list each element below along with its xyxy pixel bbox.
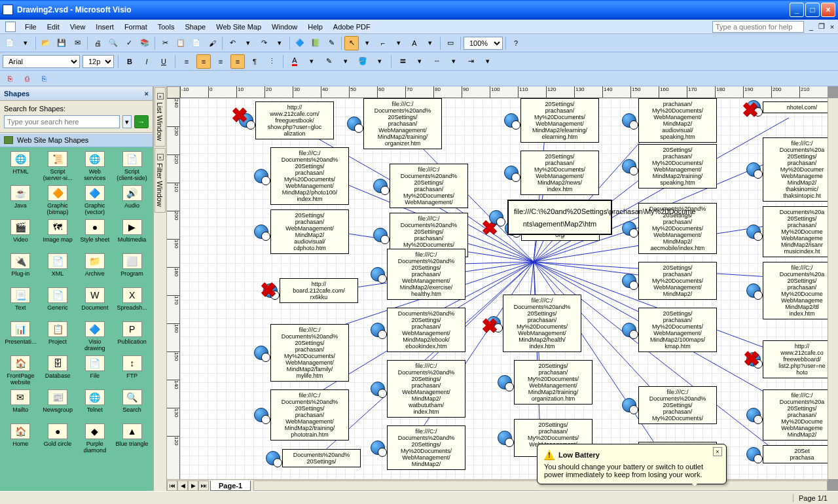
sitemap-node[interactable]: 20Settings/prachasan/My%20Documents/WebM… (638, 262, 717, 300)
pointer-tool-button[interactable]: ↖ (344, 36, 359, 50)
font-color-button[interactable]: A (287, 54, 302, 69)
shape-item-audio[interactable]: 🔊Audio (114, 184, 150, 217)
undo-dropdown[interactable]: ▾ (241, 36, 255, 50)
ink-button[interactable]: ✎ (324, 36, 338, 50)
connector-dropdown[interactable]: ▾ (392, 36, 406, 50)
sitemap-node[interactable]: http://board.212cafe.com/rx6kku (280, 278, 358, 303)
shape-item-image-map[interactable]: 🗺Image map (40, 218, 76, 251)
menu-window[interactable]: Window (266, 22, 302, 32)
spelling-button[interactable]: ✓ (122, 36, 136, 50)
redo-button[interactable]: ↷ (257, 36, 271, 50)
print-button[interactable]: 🖨 (90, 36, 105, 50)
shape-item-java[interactable]: ☕Java (3, 184, 39, 217)
sitemap-node[interactable]: prachasan/My%20Documents/WebManagement/M… (638, 98, 717, 143)
shape-item-text[interactable]: 📃Text (3, 286, 39, 319)
menu-shape[interactable]: Shape (179, 22, 211, 32)
vertical-scrollbar[interactable] (828, 98, 838, 479)
cut-button[interactable]: ✂ (158, 36, 172, 50)
mdi-minimize-button[interactable]: _ (807, 22, 816, 31)
line-pattern-button[interactable]: ┄ (429, 54, 444, 69)
sitemap-node[interactable]: Documents%20and%20Settings/ (282, 449, 361, 467)
line-color-button[interactable]: ✎ (321, 54, 336, 69)
shape-item-html[interactable]: 🌐HTML (3, 150, 39, 183)
shape-item-script-client-side-[interactable]: 📄Script (client-side) (114, 150, 150, 183)
pointer-dropdown[interactable]: ▾ (360, 36, 374, 50)
align-right-button[interactable]: ≡ (213, 54, 228, 69)
menu-file[interactable]: File (20, 22, 42, 32)
shape-item-video[interactable]: 🎬Video (3, 218, 39, 251)
shape-item-web-services[interactable]: 🌐Web services (77, 150, 113, 183)
shape-item-database[interactable]: 🗄Database (40, 354, 76, 387)
list-window-tab[interactable]: ×List Window (155, 87, 166, 147)
next-page-button[interactable]: ▶ (188, 480, 198, 491)
align-left-button[interactable]: ≡ (179, 54, 194, 69)
prev-page-button[interactable]: ◀ (177, 480, 188, 491)
font-color-dropdown[interactable]: ▾ (304, 54, 319, 69)
shapes-search-dropdown[interactable]: ▾ (122, 115, 132, 128)
pdf-review-button[interactable]: ⎘ (37, 71, 51, 86)
line-pattern-dropdown[interactable]: ▾ (446, 54, 461, 69)
sitemap-node[interactable]: 20Settings/prachasan/WebManagement/MindM… (270, 209, 349, 254)
sitemap-node[interactable]: nhotel.com/ (763, 101, 828, 113)
sitemap-node[interactable]: 20Settings/prachasan/My%20Documents/WebM… (520, 151, 599, 195)
line-weight-dropdown[interactable]: ▾ (412, 54, 427, 69)
shape-item-gold-circle[interactable]: ●Gold circle (40, 422, 76, 455)
paste-button[interactable]: 📄 (189, 36, 204, 50)
print-preview-button[interactable]: 🔍 (106, 36, 120, 50)
menu-adobepdf[interactable]: Adobe PDF (328, 22, 376, 32)
sitemap-node[interactable]: 20Settings/prachasan/My%20Documents/WebM… (520, 98, 599, 143)
connector-tool-button[interactable]: ⌐ (376, 36, 390, 50)
line-weight-button[interactable]: 〓 (395, 54, 410, 69)
shapes-window-button[interactable]: 🔷 (293, 36, 307, 50)
shape-item-publication[interactable]: PPublication (114, 320, 150, 353)
copy-button[interactable]: 📋 (173, 36, 188, 50)
sitemap-node[interactable]: http://www.212cafe.com/freeguestbook/sho… (255, 101, 334, 139)
shape-item-program[interactable]: ⬜Program (114, 252, 150, 285)
shape-item-ftp[interactable]: ↕FTP (114, 354, 150, 387)
shape-item-graphic-bitmap-[interactable]: 🔶Graphic (bitmap) (40, 184, 76, 217)
shape-item-mailto[interactable]: ✉Mailto (3, 388, 39, 421)
page-tab[interactable]: Page-1 (210, 480, 251, 491)
help-button[interactable]: ? (509, 36, 523, 50)
italic-button[interactable]: I (139, 54, 154, 69)
bold-button[interactable]: B (122, 54, 137, 69)
text-dropdown[interactable]: ▾ (423, 36, 437, 50)
email-button[interactable]: ✉ (70, 36, 84, 50)
sitemap-node[interactable]: 20Settings/prachasan/My%20Documents/WebM… (514, 360, 592, 405)
shape-item-graphic-vector-[interactable]: 🔷Graphic (vector) (77, 184, 113, 217)
maximize-button[interactable]: □ (805, 3, 820, 17)
sitemap-node[interactable]: 20Setprachasa (763, 445, 828, 463)
sitemap-node[interactable]: file:///C:/Documents%20and%20Settings/pr… (638, 386, 717, 424)
sitemap-node[interactable]: file:///C:/Documents%20and%20Settings/pr… (387, 249, 465, 300)
shape-item-search[interactable]: 🔍Search (114, 388, 150, 421)
menu-format[interactable]: Format (119, 22, 153, 32)
convert-pdf-email-button[interactable]: ⎙ (20, 71, 34, 86)
align-center-button[interactable]: ≡ (196, 54, 211, 69)
first-page-button[interactable]: ⏮ (167, 480, 177, 491)
research-button[interactable]: 📚 (137, 36, 152, 50)
line-ends-button[interactable]: ⇥ (464, 54, 478, 69)
stencil-button[interactable]: 📗 (308, 36, 323, 50)
shape-item-home[interactable]: 🏠Home (3, 422, 39, 455)
filter-window-tab[interactable]: ×Filter Window (155, 148, 166, 213)
shape-item-purple-diamond[interactable]: ◆Purple diamond (77, 422, 113, 455)
sitemap-node[interactable]: file:///C:/Documents%20and%20Settings/pr… (270, 324, 349, 382)
help-search-input[interactable] (712, 21, 804, 33)
text-tool-button[interactable]: A (407, 36, 422, 50)
shape-item-presentati-[interactable]: 📊Presentati... (3, 320, 39, 353)
shape-item-visio-drawing[interactable]: 🔷Visio drawing (77, 320, 113, 353)
visio-doc-icon[interactable] (5, 22, 16, 32)
menu-websitemap[interactable]: Web Site Map (211, 22, 266, 32)
font-name-select[interactable]: Arial (3, 55, 80, 68)
drawing-canvas[interactable]: http://www.212cafe.com/freeguestbook/sho… (180, 98, 828, 479)
line-ends-dropdown[interactable]: ▾ (481, 54, 495, 69)
sitemap-node[interactable]: file:///C:/Documents%20and%20Settings/pr… (387, 360, 465, 418)
minimize-button[interactable]: _ (790, 3, 804, 17)
sitemap-node[interactable]: Documents%20a20Settings/prachasan/My%20D… (763, 206, 828, 257)
shapes-search-go-button[interactable]: → (134, 115, 149, 128)
shape-item-document[interactable]: WDocument (77, 286, 113, 319)
sitemap-node[interactable]: file:///C:/Documents%20and%20Settings/pr… (270, 147, 349, 205)
sitemap-node[interactable]: file:///C:/Documents%20and%20Settings/pr… (390, 164, 468, 208)
menu-view[interactable]: View (65, 22, 91, 32)
shape-item-generic[interactable]: 📄Generic (40, 286, 76, 319)
